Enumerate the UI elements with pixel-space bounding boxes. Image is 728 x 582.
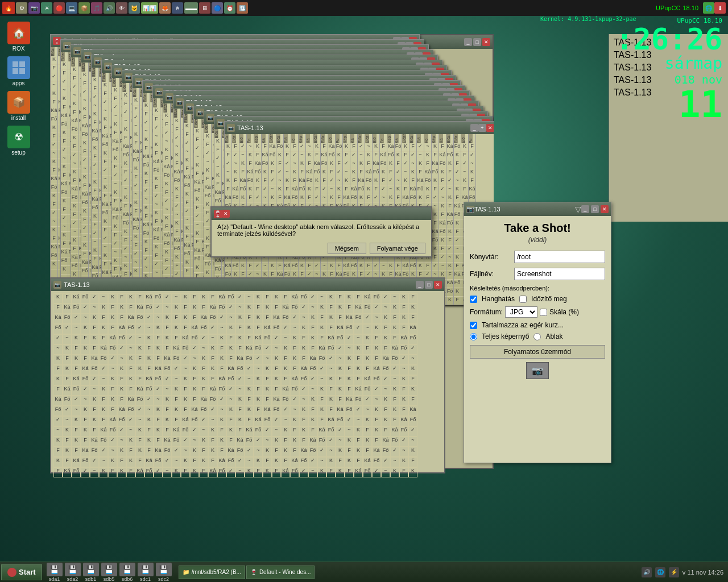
mid-cell-13-6: Fő [108,426,117,436]
top-icon-3[interactable]: ☀ [41,2,52,14]
top-icon-12[interactable]: 🦊 [159,2,171,14]
tas-fullscreen-radio[interactable] [470,333,477,340]
mid-cell-11-32: Fő [345,406,354,416]
dialog-ok-btn[interactable]: Folyamat vége [370,243,425,254]
mid-cell-6-13: Fő [172,355,181,365]
dialog-titlebar[interactable]: 🍷 ✕ [212,207,431,220]
top-icon-8[interactable]: 🔊 [104,2,115,14]
tas-panel-titlebar[interactable]: 📷 TAS-1.13 ▽ _ □ ✕ [464,202,611,216]
tas-timer-checkbox[interactable] [519,296,527,303]
tas-mid-maximize[interactable]: □ [425,281,433,289]
mid-cell-5-30: Fő [326,344,336,355]
tas-panel-maximize[interactable]: □ [591,205,599,213]
top-icon-4[interactable]: 🔴 [53,2,65,14]
mid-cell-17-37: K [390,467,399,477]
mid-cell-2-25: Fő [281,314,290,324]
mid-cell-17-33: Ká [354,467,363,477]
tas-mid-titlebar[interactable]: 📷 TAS-1.13 _ □ ✕ [51,278,444,291]
tas-library-input[interactable] [514,251,605,263]
tray-icon-1[interactable]: 🔊 [642,567,652,577]
top-icon-right1[interactable]: 🌐 [703,2,714,14]
mid-cell-0-6: K [108,293,117,304]
drive-sda1[interactable]: 💾 sda1 [47,563,63,582]
mid-cell-9-36: ~ [381,385,390,396]
top-icon-10[interactable]: 🐱 [129,2,140,14]
drive-sdc1[interactable]: 💾 sdc1 [138,563,154,582]
mid-cell-11-31: Ká [336,406,345,416]
mid-cell-11-29: K [317,406,326,416]
tas-mid-controls: _ □ ✕ [416,281,442,289]
mid-cell-8-9: F [135,375,144,385]
top-icon-15[interactable]: 🖥 [199,2,210,14]
top-icon-right2[interactable]: ⬇ [714,2,726,14]
top-icon-18[interactable]: 🔃 [237,2,248,14]
top-icon-11[interactable]: 📊📊 [141,2,158,14]
mid-cell-16-14: K [181,457,190,467]
cascade-close-17[interactable]: ✕ [486,124,494,132]
tas-sound-checkbox[interactable] [470,296,477,303]
tas-window-label: Ablak [545,332,562,340]
tas-filename-input[interactable] [514,268,605,280]
top-icon-5[interactable]: 💻 [66,2,77,14]
tray-icon-3[interactable]: ⚡ [669,567,679,577]
tas-mid-window[interactable]: 📷 TAS-1.13 _ □ ✕ KFKáFő✓~KFKFKáFő✓~KFKFK… [50,277,445,473]
top-icon-13[interactable]: 🖱 [172,2,183,14]
mid-cell-9-19: ✓ [226,385,235,396]
mid-cell-11-7: Ká [117,406,126,416]
mid-cell-8-3: Fő [81,375,90,385]
mid-cell-4-10: K [144,334,154,344]
drive-sdb5[interactable]: 💾 sdb5 [101,563,117,582]
mid-cell-7-15: K [190,365,199,375]
dialog-close[interactable]: ✕ [222,210,230,218]
top-icon-17[interactable]: ⏰ [224,2,235,14]
mid-cell-10-23: F [263,396,272,406]
tas-mid-close[interactable]: ✕ [434,281,442,289]
start-button[interactable]: Start [1,564,42,580]
tas-scale-checkbox[interactable] [540,309,547,316]
dock-item-apps[interactable]: apps [7,56,30,86]
tas-camera-btn[interactable]: 📷 [526,362,549,379]
tas-panel-close[interactable]: ✕ [601,205,609,213]
dialog-cancel-btn[interactable]: Mégsem [328,243,366,254]
top-icon-16[interactable]: 🔵 [212,2,223,14]
tas-panel-minimize[interactable]: _ [581,205,589,213]
tas-format-select[interactable]: JPG PNG BMP [505,306,537,318]
mid-cell-13-37: Ká [390,426,399,436]
tas-window-radio[interactable] [533,333,541,340]
mid-cell-7-26: F [290,365,299,375]
drive-sdb6[interactable]: 💾 sdb6 [119,563,135,582]
drive-sdc2[interactable]: 💾 sdc2 [156,563,172,582]
top-icon-7[interactable]: 🎵 [91,2,102,14]
mid-cell-13-28: F [308,426,317,436]
taskbar-win-folder[interactable]: 📁 /mnt/sdb5/RA2 (B... [179,566,245,579]
top-icon-1[interactable]: ⚙ [16,2,27,14]
sysinfo-label: UPupCC [656,5,680,11]
tray-icon-2[interactable]: 🌐 [655,567,665,577]
mid-cell-14-12: Ká [163,436,172,447]
tas-panel-expand[interactable]: ▽ [575,205,581,214]
mid-cell-4-18: K [217,334,226,344]
mid-cell-2-37: F [390,314,399,324]
tas-cursor-checkbox[interactable] [470,322,477,329]
dock-item-rox[interactable]: 🏠 ROX [7,22,30,52]
mid-cell-1-30: F [326,304,336,314]
drive-sdb1[interactable]: 💾 sdb1 [83,563,99,582]
mid-cell-12-18: K [217,416,226,426]
mid-cell-4-38: Ká [399,334,408,344]
dock-item-setup[interactable]: ☢ setup [7,126,30,156]
dock-item-install[interactable]: 📦 install [7,91,30,121]
mid-cell-10-38: K [399,396,408,406]
top-icon-6[interactable]: 📦 [78,2,90,14]
taskbar-win-wine[interactable]: 🍷 Default - Wine des... [246,566,315,579]
mid-cell-12-10: K [144,416,154,426]
mid-cell-3-0: Fő [53,324,63,334]
drive-sda2[interactable]: 💾 sda2 [65,563,81,582]
tas-mid-minimize[interactable]: _ [416,281,424,289]
tas-continuous-btn[interactable]: Folyamatos üzemmód [470,345,605,359]
top-icon-14[interactable]: ▬▬ [184,2,198,14]
top-icon-9[interactable]: 👁 [116,2,127,14]
mid-cell-4-17: ~ [208,334,217,344]
svg-rect-1 [19,61,25,67]
top-icon-2[interactable]: 📷 [28,2,40,14]
top-icon-flame[interactable]: 🔥 [2,2,15,14]
